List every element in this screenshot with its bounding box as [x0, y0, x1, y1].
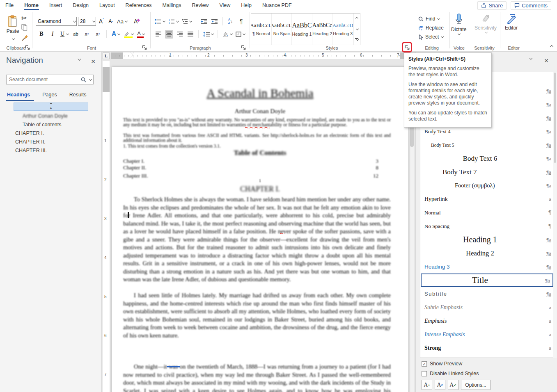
- style-row-intense-emphasis[interactable]: Intense Emphasisa: [420, 328, 554, 341]
- align-center-button[interactable]: [165, 30, 173, 39]
- tab-nuance-pdf[interactable]: Nuance PDF: [257, 0, 297, 11]
- style-row-no-spacing[interactable]: No Spacing¶: [420, 219, 554, 233]
- nav-tab-results[interactable]: Results: [69, 92, 91, 101]
- gallery-down-icon[interactable]: [353, 24, 360, 34]
- bullets-button[interactable]: [154, 17, 165, 26]
- gallery-up-icon[interactable]: [353, 14, 360, 24]
- style-gallery-no-spacing[interactable]: AaBbCcD ¶ No Spac...: [272, 14, 292, 45]
- nav-heading-item[interactable]: CHAPTER II.: [0, 138, 102, 146]
- style-row-title-selected[interactable]: Title¶a: [421, 273, 553, 287]
- line-spacing-button[interactable]: [202, 30, 214, 39]
- increase-indent-button[interactable]: [211, 17, 219, 26]
- font-dialog-launcher[interactable]: [142, 45, 147, 50]
- tab-references[interactable]: References: [120, 0, 157, 11]
- new-style-button[interactable]: A+: [422, 380, 432, 390]
- disable-linked-styles-checkbox[interactable]: Disable Linked Styles: [422, 371, 479, 376]
- search-icon[interactable]: [81, 77, 86, 82]
- style-row-body-text-7[interactable]: Body Text 7¶a: [420, 165, 554, 179]
- subscript-button[interactable]: x2: [83, 30, 91, 39]
- search-input[interactable]: [9, 77, 81, 82]
- share-button[interactable]: Share: [477, 1, 507, 10]
- indent-marker[interactable]: [131, 52, 134, 59]
- tab-view[interactable]: View: [214, 0, 236, 11]
- strikethrough-button[interactable]: ab: [72, 30, 80, 39]
- show-marks-button[interactable]: ¶: [237, 17, 245, 26]
- style-inspector-button[interactable]: A⌕: [435, 380, 445, 390]
- italic-button[interactable]: I: [48, 30, 57, 39]
- nav-heading-selected[interactable]: ▴: [14, 103, 88, 111]
- style-row-body-text-6[interactable]: Body Text 6¶a: [420, 152, 554, 165]
- search-box[interactable]: [6, 75, 94, 84]
- styles-pane-close-icon[interactable]: ✕: [544, 57, 549, 64]
- document-page[interactable]: A Scandal in Bohemia Arthur Conan Doyle …: [112, 67, 408, 392]
- tab-layout[interactable]: Layout: [94, 0, 120, 11]
- paste-dropdown-icon[interactable]: [12, 37, 14, 39]
- style-row-body-text-5[interactable]: Body Text 5¶a: [420, 138, 554, 152]
- clipboard-dialog-launcher[interactable]: [25, 45, 30, 50]
- tab-review[interactable]: Review: [186, 0, 214, 11]
- style-row-heading-1[interactable]: Heading 1¶a: [420, 233, 554, 246]
- styles-list-scrollbar[interactable]: [553, 72, 557, 358]
- tab-mailings[interactable]: Mailings: [157, 0, 187, 11]
- search-options-icon[interactable]: [89, 77, 92, 80]
- tab-help[interactable]: Help: [236, 0, 257, 11]
- select-button[interactable]: Select: [418, 32, 444, 41]
- style-row-subtitle[interactable]: Subtitle¶a: [420, 287, 554, 301]
- nav-heading-item[interactable]: CHAPTER I.: [0, 129, 102, 138]
- nav-tab-pages[interactable]: Pages: [41, 92, 61, 101]
- shading-button[interactable]: [222, 30, 233, 39]
- font-color-button[interactable]: A: [136, 30, 144, 39]
- style-gallery-heading1[interactable]: AaBbC Heading 1: [292, 14, 312, 45]
- shrink-font-button[interactable]: Aˇ: [107, 17, 115, 26]
- decrease-indent-button[interactable]: [200, 17, 208, 26]
- editor-button[interactable]: Editor: [505, 14, 518, 31]
- style-row-emphasis[interactable]: Emphasisa: [420, 314, 554, 328]
- comments-button[interactable]: Comments: [511, 1, 551, 10]
- text-effects-button[interactable]: A: [111, 30, 120, 39]
- styles-pane-dropdown-icon[interactable]: [529, 56, 532, 59]
- dictate-button[interactable]: Dictate: [451, 14, 466, 35]
- checkbox-checked-icon[interactable]: ✓: [422, 361, 427, 367]
- nav-pane-dropdown-icon[interactable]: [78, 57, 81, 60]
- checkbox-unchecked-icon[interactable]: [422, 371, 427, 376]
- style-gallery-heading2[interactable]: AaBbCc Heading 2: [312, 14, 333, 45]
- justify-button[interactable]: [186, 30, 195, 39]
- copy-button[interactable]: [21, 24, 28, 32]
- sort-button[interactable]: AZ ↓: [227, 17, 235, 26]
- style-row-normal[interactable]: Normal¶: [420, 206, 554, 219]
- highlight-color-button[interactable]: [123, 30, 134, 39]
- nav-pane-close-icon[interactable]: ✕: [91, 58, 96, 65]
- replace-button[interactable]: bc Replace: [418, 23, 444, 32]
- collapse-ribbon-icon[interactable]: [550, 42, 553, 50]
- style-row-subtle-emphasis[interactable]: Subtle Emphasisa: [420, 301, 554, 314]
- style-row-hyperlink[interactable]: Hyperlinka: [420, 192, 554, 206]
- horizontal-ruler[interactable]: 1 2 3 4 5 6 7: [111, 52, 415, 59]
- nav-heading-item[interactable]: CHAPTER III.: [0, 146, 102, 155]
- clear-formatting-button[interactable]: A◆: [133, 17, 141, 26]
- style-gallery-normal[interactable]: AaBbCcD ¶ Normal: [251, 14, 272, 45]
- style-row-heading-2[interactable]: Heading 2¶a: [420, 246, 554, 260]
- grow-font-button[interactable]: Aˆ: [97, 17, 105, 26]
- font-name-select[interactable]: Garamond: [36, 17, 77, 26]
- multilevel-list-button[interactable]: [181, 17, 192, 26]
- style-gallery-heading3[interactable]: AaBbCcD Heading 3: [332, 14, 353, 45]
- tab-stop-selector[interactable]: L: [103, 52, 110, 59]
- vertical-ruler[interactable]: 1 2 3 4 5 6 7: [103, 61, 110, 392]
- tab-insert[interactable]: Insert: [44, 0, 67, 11]
- tab-file[interactable]: File: [0, 0, 19, 11]
- bold-button[interactable]: B: [37, 30, 46, 39]
- superscript-button[interactable]: x2: [94, 30, 102, 39]
- nav-heading-item[interactable]: Arthur Conan Doyle: [0, 112, 102, 121]
- show-preview-checkbox[interactable]: ✓ Show Preview: [422, 361, 462, 367]
- gallery-more-icon[interactable]: [353, 34, 360, 45]
- nav-tab-headings[interactable]: Headings: [6, 92, 34, 101]
- align-right-button[interactable]: [176, 30, 184, 39]
- manage-styles-button[interactable]: A✓: [448, 380, 458, 390]
- tab-home[interactable]: Home: [19, 0, 44, 11]
- style-row-strong[interactable]: Stronga: [420, 341, 554, 355]
- right-indent-marker[interactable]: [397, 52, 401, 59]
- find-button[interactable]: Find: [418, 14, 444, 23]
- borders-button[interactable]: [235, 30, 245, 39]
- align-left-button[interactable]: [154, 30, 163, 39]
- paragraph-dialog-launcher[interactable]: [241, 45, 246, 50]
